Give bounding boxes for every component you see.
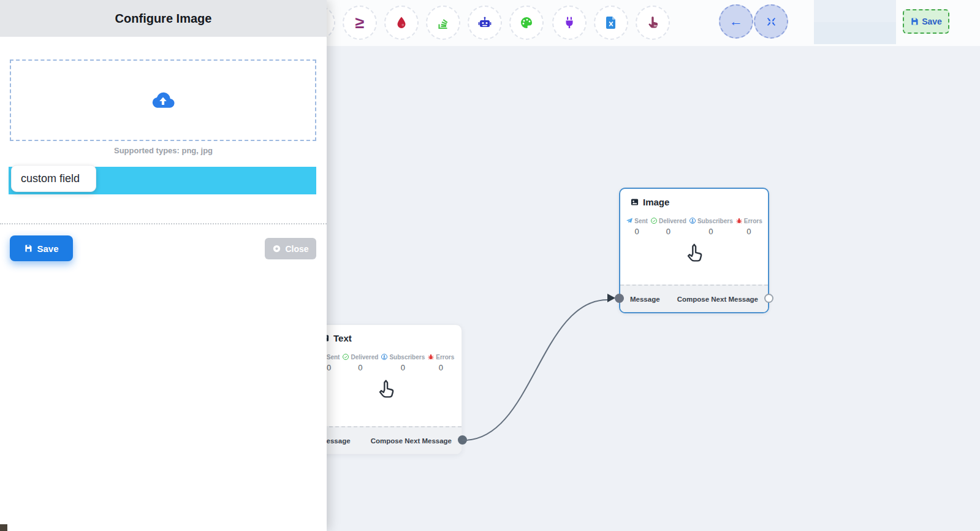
robot-icon xyxy=(477,15,492,30)
port-label-compose: Compose Next Message xyxy=(677,296,758,303)
upload-caption: Supported types: png, jpg xyxy=(0,146,327,155)
stat-value: 0 xyxy=(634,227,639,236)
stat-delivered: Delivered 0 xyxy=(342,353,378,372)
port-label-message: Message xyxy=(630,296,660,303)
save-button[interactable]: Save xyxy=(10,235,73,261)
bug-icon xyxy=(735,217,743,224)
node-title: Image xyxy=(643,197,669,207)
close-button[interactable]: Close xyxy=(265,238,316,259)
node-image-stats: Sent 0 Delivered 0 Subscribers 0 Errors … xyxy=(620,217,768,236)
floppy-icon xyxy=(24,244,32,253)
tap-hand-icon xyxy=(375,378,397,400)
stat-errors: Errors 0 xyxy=(427,353,454,372)
fit-view-button[interactable] xyxy=(754,4,788,39)
tap-hand-icon xyxy=(683,242,705,264)
toolbar-item-excel[interactable] xyxy=(594,6,628,40)
node-text[interactable]: Text Sent 0 Delivered 0 Subscribers 0 Er… xyxy=(310,324,462,454)
toolbar-item-hand[interactable] xyxy=(636,6,670,40)
toolbar-item-robot[interactable] xyxy=(468,6,502,40)
panel-divider xyxy=(0,223,327,224)
canvas-highlight-region xyxy=(814,0,896,44)
corner-artifact xyxy=(0,524,7,531)
palette-icon xyxy=(519,15,534,30)
port-label-compose: Compose Next Message xyxy=(371,437,452,445)
undo-back-button[interactable]: ← xyxy=(719,4,753,39)
configure-panel: Configure Image Supported types: png, jp… xyxy=(0,0,327,531)
close-circle-icon xyxy=(272,244,281,253)
stat-delivered: Delivered 0 xyxy=(650,217,686,236)
stat-errors: Errors 0 xyxy=(735,217,762,236)
stat-value: 0 xyxy=(708,227,713,236)
toolbar-item-condition[interactable]: ≥ xyxy=(343,6,377,40)
node-image[interactable]: Image Sent 0 Delivered 0 Subscribers 0 E… xyxy=(619,188,769,313)
stat-value: 0 xyxy=(746,227,751,236)
bug-icon xyxy=(427,353,435,361)
panel-title: Configure Image xyxy=(115,12,212,26)
node-title: Text xyxy=(333,333,352,343)
output-port[interactable] xyxy=(458,435,467,445)
back-arrow-icon: ← xyxy=(729,15,743,28)
subscribers-icon xyxy=(381,353,388,361)
custom-field-suggestion[interactable]: custom field xyxy=(11,165,96,192)
subscribers-icon xyxy=(689,217,696,224)
node-click-area xyxy=(620,242,768,267)
image-upload-dropzone[interactable] xyxy=(10,59,316,141)
close-label: Close xyxy=(285,244,308,254)
greater-equal-icon: ≥ xyxy=(355,15,365,31)
cloud-upload-icon xyxy=(151,91,175,110)
toolbar-item-droplet[interactable] xyxy=(384,6,419,40)
floppy-icon xyxy=(910,17,919,26)
plug-icon xyxy=(562,15,577,30)
stat-value: 0 xyxy=(358,363,362,372)
custom-field-label: custom field xyxy=(21,172,80,185)
paper-plane-icon xyxy=(626,217,633,224)
image-node-icon xyxy=(630,197,639,207)
node-image-header: Image xyxy=(620,189,768,207)
stack-icon xyxy=(436,15,450,30)
excel-file-icon xyxy=(604,15,618,30)
flow-save-label: Save xyxy=(922,17,942,26)
stat-value: 0 xyxy=(666,227,670,236)
stat-value: 0 xyxy=(327,363,331,372)
stat-subscribers: Subscribers 0 xyxy=(381,353,425,372)
stat-sent: Sent 0 xyxy=(626,217,648,236)
toolbar-item-stack[interactable] xyxy=(426,6,460,40)
save-label: Save xyxy=(37,243,58,254)
check-circle-icon xyxy=(342,353,349,361)
flow-builder-app: ≥ xyxy=(0,0,980,531)
node-text-stats: Sent 0 Delivered 0 Subscribers 0 Errors … xyxy=(311,353,462,372)
hand-pointer-icon xyxy=(645,15,660,30)
input-port[interactable] xyxy=(615,294,624,303)
node-text-header: Text xyxy=(311,325,462,343)
node-text-footer: Message Compose Next Message xyxy=(311,426,462,454)
stat-value: 0 xyxy=(439,363,443,372)
node-image-footer: Message Compose Next Message xyxy=(620,285,768,312)
output-port[interactable] xyxy=(764,294,773,303)
check-circle-icon xyxy=(650,217,658,224)
toolbar-item-palette[interactable] xyxy=(509,6,544,40)
panel-header: Configure Image xyxy=(0,0,327,37)
stat-subscribers: Subscribers 0 xyxy=(689,217,733,236)
flow-save-button[interactable]: Save xyxy=(903,9,949,34)
stat-value: 0 xyxy=(401,363,405,372)
toolbar-item-plug[interactable] xyxy=(552,6,587,40)
node-click-area xyxy=(311,378,462,403)
droplet-icon xyxy=(394,15,409,30)
compress-icon xyxy=(765,16,777,28)
